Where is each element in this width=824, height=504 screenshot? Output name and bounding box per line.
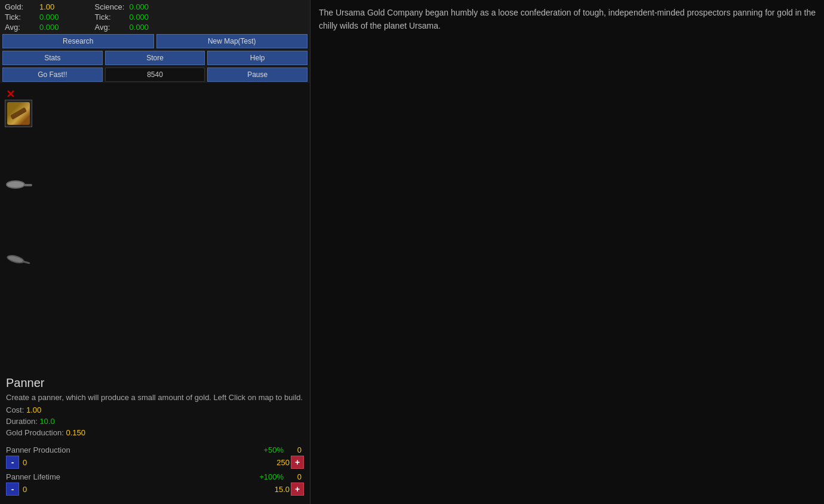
science-stats: Science: 0.000 Tick: 0.000 Avg: 0.000 (95, 2, 149, 32)
game-area: ✕ Panner Create a panner, which will pro… (0, 83, 310, 504)
gold-prod-value: 0.150 (66, 428, 85, 437)
cost-line: Cost: 1.00 (6, 405, 304, 414)
panner-production-minus[interactable]: - (6, 456, 19, 469)
pause-button[interactable]: Pause (207, 67, 308, 82)
panner-lifetime-max: 15.0 (275, 485, 290, 494)
timer-value: 8540 (105, 67, 205, 82)
tick-science-line: Tick: 0.000 (95, 13, 149, 21)
right-panel: The Ursama Gold Company began humbly as … (310, 0, 824, 504)
panner-lifetime-plus[interactable]: + (291, 483, 304, 496)
info-section: Panner Create a panner, which will produ… (0, 371, 310, 504)
panner-icon-box[interactable] (5, 100, 32, 127)
stats-button[interactable]: Stats (2, 51, 103, 65)
close-icon[interactable]: ✕ (6, 88, 15, 101)
panner-production-stepper: - 0 250 + (6, 456, 304, 469)
avg-gold-value: 0.000 (39, 23, 59, 32)
avg-gold-line: Avg: 0.000 (5, 23, 59, 32)
gold-value: 1.00 (39, 2, 54, 11)
timer-row: Go Fast!! 8540 Pause (0, 66, 310, 83)
new-map-button[interactable]: New Map(Test) (156, 34, 308, 48)
store-button[interactable]: Store (105, 51, 205, 65)
gold-stats: Gold: 1.00 Tick: 0.000 Avg: 0.000 (5, 2, 59, 32)
panner-production-plus[interactable]: + (291, 456, 304, 469)
panner-lifetime-stepper-val: 0 (19, 485, 275, 494)
panner-title: Panner (6, 376, 304, 390)
avg-science-value: 0.000 (130, 23, 149, 32)
research-button[interactable]: Research (2, 34, 154, 48)
avg-science-label: Avg: (95, 23, 126, 32)
avg-gold-label: Avg: (5, 23, 36, 32)
middle-buttons-row: Stats Store Help (0, 50, 310, 66)
panner-production-row: Panner Production +50% 0 (6, 445, 304, 454)
pan-icon-2 (5, 253, 26, 265)
left-panel: Gold: 1.00 Tick: 0.000 Avg: 0.000 Scienc… (0, 0, 310, 504)
panner-lifetime-bonus: +100% (248, 472, 284, 481)
duration-value: 10.0 (39, 417, 54, 426)
panner-desc: Create a panner, which will produce a sm… (6, 392, 304, 403)
pan-shape-1 (6, 180, 25, 189)
duration-label: Duration: (6, 417, 38, 426)
tick-gold-label: Tick: (5, 13, 36, 21)
gold-prod-line: Gold Production: 0.150 (6, 428, 304, 437)
science-stat-line: Science: 0.000 (95, 2, 149, 11)
panner-production-label: Panner Production (6, 445, 248, 454)
help-button[interactable]: Help (207, 51, 308, 65)
panner-production-count: 0 (284, 445, 302, 454)
science-value: 0.000 (130, 2, 149, 11)
pan-shape-2 (6, 253, 25, 265)
panner-lifetime-row: Panner Lifetime +100% 0 (6, 472, 304, 481)
panner-icon-img (7, 102, 30, 125)
cost-label: Cost: (6, 405, 24, 414)
story-text: The Ursama Gold Company began humbly as … (319, 6, 816, 33)
stats-row: Gold: 1.00 Tick: 0.000 Avg: 0.000 Scienc… (0, 0, 310, 33)
gold-stat-line: Gold: 1.00 (5, 2, 59, 11)
panner-lifetime-count: 0 (284, 472, 302, 481)
panner-production-max: 250 (276, 458, 290, 467)
science-label: Science: (95, 2, 126, 11)
panner-lifetime-minus[interactable]: - (6, 483, 19, 496)
cost-value: 1.00 (26, 405, 41, 414)
panner-production-bonus: +50% (248, 445, 284, 454)
tick-science-label: Tick: (95, 13, 126, 21)
pan-icon-1 (5, 179, 26, 190)
duration-line: Duration: 10.0 (6, 417, 304, 426)
gold-prod-label: Gold Production: (6, 428, 64, 437)
tick-science-value: 0.000 (130, 13, 149, 21)
gold-label: Gold: (5, 2, 36, 11)
panner-lifetime-label: Panner Lifetime (6, 472, 248, 481)
panner-production-stepper-val: 0 (19, 458, 276, 467)
tick-gold-value: 0.000 (39, 13, 59, 21)
top-buttons-row: Research New Map(Test) (0, 33, 310, 50)
panner-lifetime-stepper: - 0 15.0 + (6, 483, 304, 496)
go-fast-button[interactable]: Go Fast!! (2, 67, 103, 82)
avg-science-line: Avg: 0.000 (95, 23, 149, 32)
tick-gold-line: Tick: 0.000 (5, 13, 59, 21)
